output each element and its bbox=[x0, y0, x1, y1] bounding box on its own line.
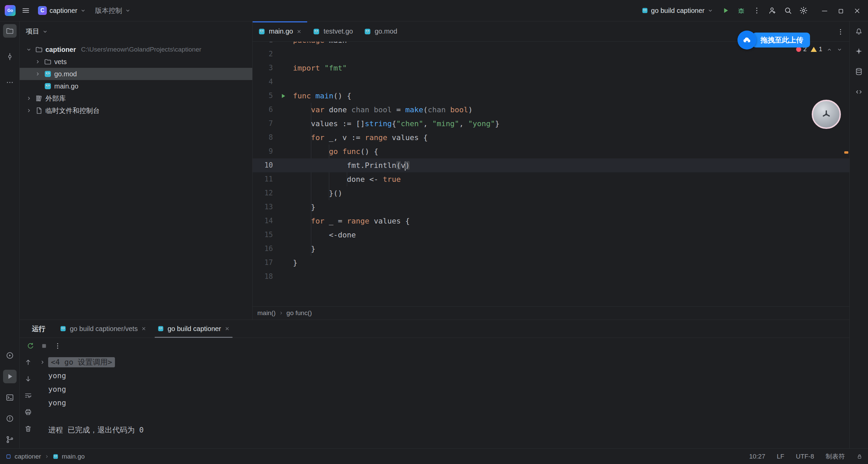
tree-item[interactable]: captionerC:\Users\meowr\GolandProjects\c… bbox=[20, 43, 252, 56]
code-line[interactable]: 14 for _ = range values { bbox=[253, 214, 849, 228]
git-tool-button[interactable] bbox=[3, 433, 17, 446]
tree-item[interactable]: go.mod bbox=[20, 68, 252, 80]
code-line[interactable]: 7 values := []string{"chen", "ming", "yo… bbox=[253, 117, 849, 131]
project-tool-button[interactable] bbox=[3, 24, 17, 38]
chevron-right-icon[interactable] bbox=[34, 70, 41, 78]
close-tab-icon[interactable] bbox=[224, 326, 230, 331]
code-line[interactable]: 6 var done chan bool = make(chan bool) bbox=[253, 103, 849, 117]
more-tools-button[interactable] bbox=[3, 76, 17, 89]
debug-button[interactable] bbox=[734, 4, 748, 17]
run-button[interactable] bbox=[719, 4, 732, 17]
close-tab-icon[interactable] bbox=[141, 326, 146, 331]
chevron-right-icon[interactable] bbox=[34, 58, 41, 65]
run-tab[interactable]: go build captioner/vets bbox=[54, 320, 152, 337]
run-tool-button[interactable] bbox=[3, 370, 17, 383]
project-panel-header[interactable]: 项目 bbox=[20, 21, 252, 41]
editor-tab[interactable]: main.go bbox=[253, 21, 307, 41]
scrollbar-warning-mark[interactable] bbox=[844, 151, 848, 154]
code-line[interactable]: 17} bbox=[253, 256, 849, 270]
prev-problem-button[interactable] bbox=[826, 46, 832, 53]
go-file-icon bbox=[258, 28, 265, 35]
code-with-me-button[interactable] bbox=[766, 4, 779, 17]
chevron-down-icon[interactable] bbox=[25, 46, 33, 53]
lock-icon[interactable] bbox=[856, 453, 863, 460]
editor-tabs-more-button[interactable] bbox=[834, 25, 847, 38]
tree-item[interactable]: vets bbox=[20, 56, 252, 68]
project-widget[interactable]: C captioner bbox=[35, 4, 90, 17]
upload-overlay[interactable]: 拖拽至此上传 bbox=[737, 31, 810, 50]
stop-button[interactable] bbox=[38, 340, 50, 352]
next-problem-button[interactable] bbox=[836, 46, 843, 53]
endpoints-tool-button[interactable] bbox=[852, 85, 866, 99]
terminal-tool-button[interactable] bbox=[3, 391, 17, 404]
run-gutter-button[interactable] bbox=[273, 92, 293, 100]
print-button[interactable] bbox=[22, 406, 34, 418]
run-more-button[interactable] bbox=[52, 340, 64, 352]
main-menu-button[interactable] bbox=[19, 4, 33, 17]
chevron-right-icon[interactable] bbox=[25, 107, 33, 114]
prev-occurrence-button[interactable] bbox=[22, 356, 34, 368]
status-encoding[interactable]: UTF-8 bbox=[796, 453, 814, 460]
services-tool-button[interactable] bbox=[3, 349, 17, 362]
breadcrumb-item[interactable]: main() bbox=[257, 309, 276, 317]
tree-item[interactable]: 外部库 bbox=[20, 92, 252, 104]
tree-item[interactable]: 临时文件和控制台 bbox=[20, 104, 252, 117]
gutter: 8 bbox=[253, 131, 293, 144]
console-output[interactable]: <4 go 设置调用>yongyongyong 进程 已完成，退出代码为 0 bbox=[37, 354, 849, 448]
soft-wrap-button[interactable] bbox=[22, 389, 34, 402]
status-project[interactable]: captioner bbox=[15, 453, 41, 460]
status-widgets: 10:27LFUTF-8制表符 bbox=[749, 452, 845, 461]
gutter: 16 bbox=[253, 242, 293, 256]
goland-logo-icon: Go bbox=[5, 5, 16, 16]
upload-pill[interactable]: 拖拽至此上传 bbox=[752, 33, 810, 47]
clear-console-button[interactable] bbox=[22, 423, 34, 435]
tree-item-label: captioner bbox=[45, 46, 76, 54]
notifications-button[interactable] bbox=[852, 24, 866, 38]
settings-button[interactable] bbox=[797, 4, 810, 17]
maximize-button[interactable] bbox=[833, 4, 849, 17]
folded-command[interactable]: <4 go 设置调用> bbox=[48, 357, 115, 367]
editor-tab[interactable]: go.mod bbox=[358, 21, 403, 41]
next-occurrence-button[interactable] bbox=[22, 373, 34, 385]
fold-chevron-icon[interactable] bbox=[37, 359, 48, 365]
close-button[interactable] bbox=[849, 4, 865, 17]
code-line[interactable]: 5func main() { bbox=[253, 89, 849, 103]
close-tab-icon[interactable] bbox=[296, 29, 302, 34]
minimize-button[interactable] bbox=[816, 4, 833, 17]
status-indent[interactable]: 制表符 bbox=[826, 452, 845, 461]
rerun-button[interactable] bbox=[24, 340, 37, 352]
code-line[interactable]: 12 }() bbox=[253, 186, 849, 200]
go-file-icon bbox=[53, 453, 59, 460]
ai-assistant-button[interactable] bbox=[852, 44, 866, 58]
avatar[interactable] bbox=[812, 100, 841, 129]
commit-tool-button[interactable] bbox=[3, 50, 17, 63]
code-line[interactable]: 13 } bbox=[253, 200, 849, 214]
code-line[interactable]: 3import "fmt" bbox=[253, 61, 849, 75]
status-line-ending[interactable]: LF bbox=[777, 453, 784, 460]
database-tool-button[interactable] bbox=[852, 65, 866, 78]
status-cursor-position[interactable]: 10:27 bbox=[749, 453, 765, 460]
problems-tool-button[interactable] bbox=[3, 412, 17, 425]
search-everywhere-button[interactable] bbox=[781, 4, 795, 17]
warning-count[interactable]: 1 bbox=[811, 46, 822, 53]
code-viewport[interactable]: 1package main23import "fmt"45func main()… bbox=[253, 42, 849, 306]
code-line[interactable]: 15 <-done bbox=[253, 228, 849, 242]
editor-tab[interactable]: testvet.go bbox=[307, 21, 358, 41]
code-line[interactable]: 11 done <- true bbox=[253, 172, 849, 186]
vcs-widget[interactable]: 版本控制 bbox=[92, 4, 134, 17]
code-line[interactable]: 16 } bbox=[253, 242, 849, 256]
status-file[interactable]: main.go bbox=[62, 453, 85, 460]
more-actions-button[interactable] bbox=[750, 4, 764, 17]
code-line[interactable]: 10 fmt.Println(v) bbox=[253, 158, 849, 172]
breadcrumb-item[interactable]: go func() bbox=[287, 309, 312, 317]
play-icon bbox=[721, 6, 730, 15]
run-tab[interactable]: go build captioner bbox=[152, 320, 235, 337]
run-config-selector[interactable]: go build captioner bbox=[638, 5, 717, 17]
code-line[interactable]: 4 bbox=[253, 75, 849, 89]
window-controls bbox=[816, 4, 865, 17]
code-line[interactable]: 8 for _, v := range values { bbox=[253, 131, 849, 144]
tree-item[interactable]: main.go bbox=[20, 80, 252, 92]
code-line[interactable]: 9 go func() { bbox=[253, 144, 849, 158]
code-line[interactable]: 18 bbox=[253, 270, 849, 284]
chevron-right-icon[interactable] bbox=[25, 95, 33, 102]
